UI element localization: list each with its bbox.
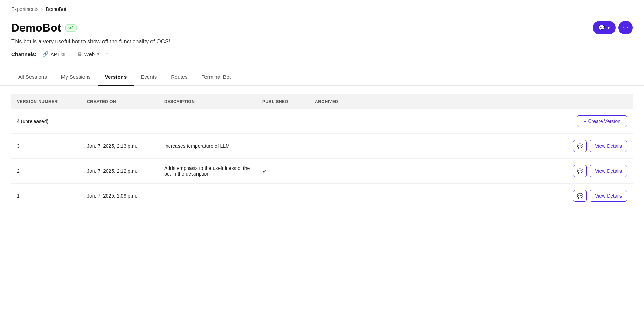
- tab-terminal-bot[interactable]: Terminal Bot: [195, 68, 238, 86]
- tabs-bar: All Sessions My Sessions Versions Events…: [0, 68, 644, 86]
- chat-row-icon: 💬: [577, 168, 583, 174]
- breadcrumb: Experiments › DemoBot: [0, 0, 644, 15]
- tab-versions[interactable]: Versions: [98, 68, 134, 86]
- header-title-row: DemoBot v2: [11, 21, 77, 34]
- web-dropdown-icon[interactable]: ▾: [97, 51, 99, 57]
- bot-description: This bot is a very useful bot to show of…: [11, 39, 633, 45]
- table-header: VERSION NUMBER CREATED ON DESCRIPTION PU…: [11, 94, 633, 109]
- channel-api-label: API: [51, 51, 59, 57]
- version-number-cell: 3: [11, 134, 81, 159]
- published-cell: [257, 109, 309, 134]
- breadcrumb-separator: ›: [41, 6, 43, 12]
- chat-row-icon: 💬: [577, 143, 583, 149]
- view-details-button[interactable]: View Details: [590, 165, 627, 177]
- header-section: DemoBot v2 💬 ▾ ✏ This bot is a very usef…: [0, 15, 644, 66]
- published-cell: [257, 184, 309, 208]
- archived-cell: [309, 159, 373, 184]
- version-number-cell: 4 (unreleased): [11, 109, 81, 134]
- table-row: 1 Jan. 7, 2025, 2:09 p.m. 💬 View Details: [11, 184, 633, 208]
- channels-label: Channels:: [11, 51, 37, 57]
- channel-web: 🖥 Web ▾: [77, 51, 100, 57]
- bot-title: DemoBot: [11, 21, 61, 34]
- actions-cell: 💬 View Details: [373, 184, 633, 208]
- web-icon: 🖥: [77, 51, 82, 57]
- chat-version-button[interactable]: 💬: [573, 165, 587, 177]
- table-row: 2 Jan. 7, 2025, 2:12 p.m. Adds emphasis …: [11, 159, 633, 184]
- view-details-button[interactable]: View Details: [590, 140, 627, 152]
- description-cell: [159, 184, 257, 208]
- header-actions: 💬 ▾ ✏: [593, 21, 633, 34]
- description-cell: Increases temperature of LLM: [159, 134, 257, 159]
- tab-routes[interactable]: Routes: [164, 68, 195, 86]
- copy-icon[interactable]: ⧉: [61, 51, 65, 57]
- table-row: 3 Jan. 7, 2025, 2:13 p.m. Increases temp…: [11, 134, 633, 159]
- chat-dropdown-button[interactable]: 💬 ▾: [593, 21, 616, 34]
- view-details-button[interactable]: View Details: [590, 190, 627, 202]
- description-cell: [159, 109, 257, 134]
- col-header-created: CREATED ON: [81, 94, 159, 109]
- add-channel-button[interactable]: +: [105, 50, 109, 57]
- version-number-cell: 2: [11, 159, 81, 184]
- published-cell: [257, 134, 309, 159]
- actions-cell: 💬 View Details: [373, 134, 633, 159]
- chat-icon: 💬: [598, 25, 605, 31]
- actions-cell: + Create Version: [373, 109, 633, 134]
- edit-button[interactable]: ✏: [618, 21, 633, 34]
- col-header-version: VERSION NUMBER: [11, 94, 81, 109]
- create-version-button[interactable]: + Create Version: [577, 115, 627, 127]
- created-on-cell: [81, 109, 159, 134]
- versions-table: VERSION NUMBER CREATED ON DESCRIPTION PU…: [11, 94, 633, 208]
- created-on-cell: Jan. 7, 2025, 2:12 p.m.: [81, 159, 159, 184]
- edit-icon: ✏: [623, 25, 628, 30]
- archived-cell: [309, 134, 373, 159]
- col-header-description: DESCRIPTION: [159, 94, 257, 109]
- tab-events[interactable]: Events: [134, 68, 164, 86]
- published-cell: ✓: [257, 159, 309, 184]
- breadcrumb-current: DemoBot: [46, 6, 66, 12]
- chat-row-icon: 💬: [577, 193, 583, 199]
- chat-version-button[interactable]: 💬: [573, 190, 587, 202]
- api-link-icon: 🔗: [42, 51, 48, 57]
- description-cell: Adds emphasis to the usefulness of the b…: [159, 159, 257, 184]
- col-header-published: PUBLISHED: [257, 94, 309, 109]
- archived-cell: [309, 184, 373, 208]
- version-badge: v2: [65, 24, 76, 32]
- created-on-cell: Jan. 7, 2025, 2:13 p.m.: [81, 134, 159, 159]
- tab-all-sessions[interactable]: All Sessions: [11, 68, 54, 86]
- channel-divider: |: [70, 51, 72, 57]
- version-number-cell: 1: [11, 184, 81, 208]
- chat-version-button[interactable]: 💬: [573, 140, 587, 152]
- tab-my-sessions[interactable]: My Sessions: [54, 68, 98, 86]
- published-checkmark: ✓: [262, 168, 267, 174]
- actions-cell: 💬 View Details: [373, 159, 633, 184]
- breadcrumb-parent[interactable]: Experiments: [11, 6, 39, 12]
- versions-table-section: VERSION NUMBER CREATED ON DESCRIPTION PU…: [0, 86, 644, 217]
- table-row: 4 (unreleased) + Create Version: [11, 109, 633, 134]
- channels-row: Channels: 🔗 API ⧉ | 🖥 Web ▾ +: [11, 50, 633, 57]
- table-body: 4 (unreleased) + Create Version 3 Jan. 7…: [11, 109, 633, 208]
- col-header-archived: ARCHIVED: [309, 94, 373, 109]
- chat-dropdown-arrow: ▾: [607, 25, 610, 31]
- created-on-cell: Jan. 7, 2025, 2:09 p.m.: [81, 184, 159, 208]
- header-top: DemoBot v2 💬 ▾ ✏: [11, 21, 633, 34]
- channel-api: 🔗 API ⧉: [42, 51, 65, 57]
- channel-web-label: Web: [84, 51, 95, 57]
- archived-cell: [309, 109, 373, 134]
- col-header-actions: [373, 94, 633, 109]
